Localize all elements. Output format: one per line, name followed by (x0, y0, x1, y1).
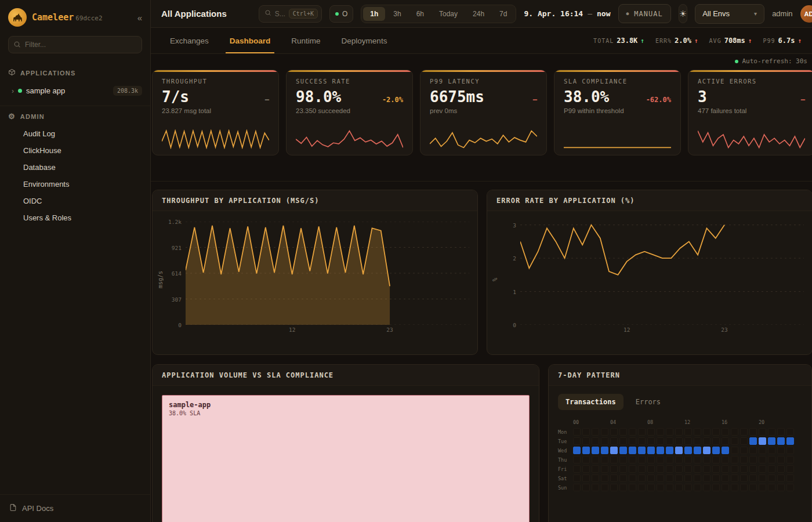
time-range-3h[interactable]: 3h (386, 7, 408, 21)
heatmap-cell[interactable] (573, 447, 581, 454)
heatmap-cell[interactable] (582, 437, 590, 445)
heatmap-cell[interactable] (582, 465, 590, 473)
heatmap-cell[interactable] (777, 447, 785, 454)
heatmap-cell[interactable] (582, 456, 590, 463)
env-select[interactable]: All Envs ▾ (695, 4, 764, 24)
heatmap-cell[interactable] (666, 474, 673, 482)
heatmap-cell[interactable] (759, 447, 766, 454)
heatmap-cell[interactable] (601, 484, 608, 491)
heatmap-cell[interactable] (666, 447, 673, 454)
heatmap-cell[interactable] (694, 474, 701, 482)
heatmap-cell[interactable] (573, 437, 581, 445)
heatmap-cell[interactable] (675, 456, 683, 463)
heatmap-cell[interactable] (638, 456, 646, 463)
heatmap-cell[interactable] (684, 428, 692, 436)
tab-dashboard[interactable]: Dashboard (221, 28, 280, 53)
heatmap-cell[interactable] (573, 484, 581, 491)
heatmap-cell[interactable] (749, 447, 757, 454)
heatmap-cell[interactable] (647, 474, 655, 482)
heatmap-cell[interactable] (768, 456, 775, 463)
heatmap-cell[interactable] (629, 447, 636, 454)
heatmap-cell[interactable] (601, 474, 608, 482)
heatmap-cell[interactable] (647, 428, 655, 436)
api-docs-link[interactable]: API Docs (0, 494, 150, 522)
heatmap-cell[interactable] (777, 484, 785, 491)
heatmap-cell[interactable] (601, 465, 608, 473)
heatmap-cell[interactable] (731, 456, 738, 463)
time-range-today[interactable]: Today (432, 7, 465, 21)
heatmap-cell[interactable] (675, 474, 683, 482)
heatmap-cell[interactable] (592, 474, 599, 482)
online-status-pill[interactable]: O (329, 5, 353, 23)
heatmap-cell[interactable] (768, 474, 775, 482)
heatmap-cell[interactable] (694, 437, 701, 445)
heatmap-cell[interactable] (638, 437, 646, 445)
heatmap-cell[interactable] (601, 437, 608, 445)
heatmap-cell[interactable] (759, 484, 766, 491)
heatmap-cell[interactable] (740, 474, 748, 482)
heatmap-cell[interactable] (629, 474, 636, 482)
heatmap-cell[interactable] (610, 474, 618, 482)
heatmap-cell[interactable] (694, 447, 701, 454)
heatmap-cell[interactable] (684, 456, 692, 463)
heatmap-cell[interactable] (638, 465, 646, 473)
heatmap-cell[interactable] (703, 447, 710, 454)
heatmap-cell[interactable] (601, 428, 608, 436)
heatmap-cell[interactable] (684, 484, 692, 491)
heatmap-cell[interactable] (573, 465, 581, 473)
heatmap-cell[interactable] (777, 437, 785, 445)
heatmap-cell[interactable] (638, 474, 646, 482)
heatmap-cell[interactable] (722, 456, 729, 463)
heatmap-cell[interactable] (749, 428, 757, 436)
sidebar-item-clickhouse[interactable]: ClickHouse (0, 142, 150, 159)
heatmap-cell[interactable] (694, 484, 701, 491)
heatmap-cell[interactable] (629, 484, 636, 491)
toggle-transactions[interactable]: Transactions (558, 394, 624, 410)
heatmap-cell[interactable] (777, 428, 785, 436)
avatar[interactable]: AD (800, 5, 812, 23)
heatmap-cell[interactable] (582, 428, 590, 436)
tab-exchanges[interactable]: Exchanges (161, 28, 217, 53)
heatmap-cell[interactable] (582, 474, 590, 482)
heatmap-cell[interactable] (712, 474, 720, 482)
heatmap-cell[interactable] (712, 465, 720, 473)
manual-refresh-button[interactable]: ● MANUAL (618, 4, 671, 23)
heatmap-cell[interactable] (619, 428, 627, 436)
heatmap-cell[interactable] (786, 437, 794, 445)
heatmap-cell[interactable] (657, 437, 664, 445)
heatmap-cell[interactable] (694, 456, 701, 463)
heatmap-cell[interactable] (638, 428, 646, 436)
sidebar-item-sample-app[interactable]: › sample app 208.3k (0, 82, 150, 100)
heatmap-cell[interactable] (740, 428, 748, 436)
heatmap-cell[interactable] (703, 474, 710, 482)
heatmap-cell[interactable] (666, 465, 673, 473)
heatmap-cell[interactable] (759, 428, 766, 436)
heatmap-cell[interactable] (592, 456, 599, 463)
heatmap-cell[interactable] (666, 428, 673, 436)
heatmap-cell[interactable] (759, 465, 766, 473)
heatmap-cell[interactable] (777, 474, 785, 482)
heatmap-cell[interactable] (657, 465, 664, 473)
heatmap-cell[interactable] (629, 428, 636, 436)
heatmap-cell[interactable] (722, 428, 729, 436)
global-search[interactable]: S... Ctrl+K (259, 5, 322, 23)
heatmap-cell[interactable] (694, 428, 701, 436)
heatmap-cell[interactable] (582, 484, 590, 491)
heatmap-cell[interactable] (749, 474, 757, 482)
heatmap-cell[interactable] (675, 428, 683, 436)
heatmap-cell[interactable] (647, 447, 655, 454)
heatmap-cell[interactable] (759, 437, 766, 445)
heatmap-cell[interactable] (703, 456, 710, 463)
heatmap-cell[interactable] (722, 447, 729, 454)
heatmap-cell[interactable] (573, 428, 581, 436)
heatmap-cell[interactable] (740, 465, 748, 473)
heatmap-cell[interactable] (703, 428, 710, 436)
toggle-errors[interactable]: Errors (628, 394, 668, 410)
tab-runtime[interactable]: Runtime (282, 28, 329, 53)
heatmap-cell[interactable] (610, 437, 618, 445)
heatmap-cell[interactable] (684, 474, 692, 482)
heatmap-cell[interactable] (768, 447, 775, 454)
heatmap-cell[interactable] (638, 447, 646, 454)
heatmap-cell[interactable] (592, 465, 599, 473)
tab-deployments[interactable]: Deployments (333, 28, 396, 53)
